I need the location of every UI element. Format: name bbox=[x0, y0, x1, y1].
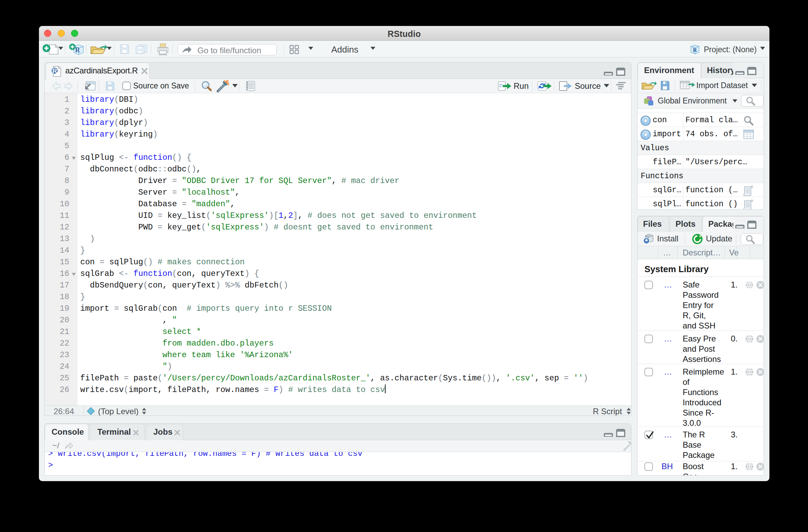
svg-text:R: R bbox=[75, 46, 80, 54]
svg-text:R: R bbox=[693, 47, 697, 53]
svg-text:R: R bbox=[52, 67, 57, 74]
